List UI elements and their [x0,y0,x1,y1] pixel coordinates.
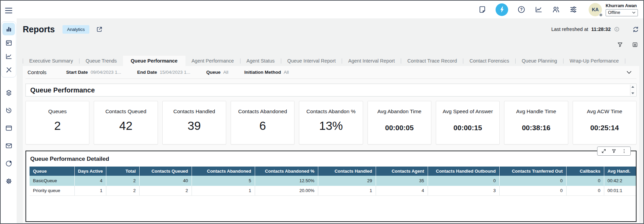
refresh-icon[interactable] [632,26,639,33]
col-header-contacts-handled[interactable]: Contacts Handled [318,167,376,176]
col-header-contacts-agent[interactable]: Contacts Agent [376,167,428,176]
controls-row: Controls Start Date09/04/2023 1...End Da… [25,66,637,79]
kpi-label: Contacts Handled [173,108,215,115]
bar-chart-icon[interactable] [2,23,15,35]
control-filter-queue[interactable]: QueueAll [206,70,228,75]
kpi-label: Contacts Abandon % [306,108,356,115]
design-brush-icon[interactable] [2,64,15,76]
hamburger-icon[interactable] [5,8,12,13]
cell: 5 [192,176,255,186]
col-header-contacts-queued[interactable]: Contacts Queued [139,167,192,176]
col-header-contacts-tranferred-out[interactable]: Contacts Tranferred Out [499,167,566,176]
user-name: Khurram Awan [606,3,638,8]
tab-agent-interval-report[interactable]: Agent Interval Report [342,56,401,66]
col-header-contacts-abandoned[interactable]: Contacts Abandoned % [255,167,318,176]
section-spinner[interactable] [630,85,635,96]
kpi-value: 00:25:14 [590,124,619,132]
sliders-icon[interactable] [569,5,577,14]
page-title: Reports [23,24,55,34]
control-filter-initiation-method[interactable]: Initiation MethodAll [244,70,289,75]
cell: 2 [106,186,139,195]
status-select[interactable]: Offline [606,9,638,16]
cell: 4 [376,186,428,195]
col-header-callbacks[interactable]: Callbacks [566,167,604,176]
tab-queue-performance[interactable]: Queue Performance [123,56,185,66]
last-refreshed-time: 11:28:32 [591,27,611,32]
queue-performance-table: QueueDays ActiveTotalContacts QueuedCont… [30,167,637,196]
control-filter-start-date[interactable]: Start Date09/04/2023 1... [66,70,121,75]
external-link-icon[interactable] [96,26,103,33]
spinner-up-icon[interactable] [631,86,634,88]
gear-icon[interactable] [2,177,15,186]
kebab-menu-icon[interactable] [622,149,627,154]
avatar[interactable]: KA [589,3,602,16]
info-icon[interactable] [614,26,620,32]
calendar-icon[interactable] [2,36,15,49]
spinner-down-icon[interactable] [631,92,634,94]
col-header-contacts-abandoned[interactable]: Contacts Abandoned [192,167,255,176]
filter-icon[interactable] [617,41,623,48]
kpi-value: 00:00:05 [385,124,414,132]
tab-executive-summary[interactable]: Executive Summary [23,56,79,66]
note-icon[interactable] [478,5,486,14]
app-window: ? KA Khurram Awan Offline [0,0,644,224]
mail-icon[interactable] [2,141,15,150]
cell: Priority queue [30,186,74,195]
filter-value: 09/04/2023 1... [91,70,121,75]
help-icon[interactable]: ? [517,5,525,14]
filter-value: All [284,70,289,75]
tab-queue-planning[interactable]: Queue Planning [516,56,563,66]
table-row-priority-queue[interactable]: Priority queue122120.00%1430000:01:1 [30,186,637,195]
col-header-avg-handl[interactable]: Avg Handl. [604,167,637,176]
col-header-contacts-handled-outbound[interactable]: Contacts Handled Outbound [428,167,499,176]
filter-label: Start Date [66,70,88,75]
sidebar-secondary-group [2,88,15,186]
tab-queue-interval-report[interactable]: Queue Interval Report [281,56,342,66]
agents-icon[interactable] [552,5,560,14]
tab-agent-performance[interactable]: Agent Performance [185,56,240,66]
cell: 0 [499,176,566,186]
metrics-icon[interactable] [535,5,543,14]
cell: 0 [566,186,604,195]
col-header-days-active[interactable]: Days Active [74,167,106,176]
download-icon[interactable] [632,41,638,48]
tab-wrap-up-performance[interactable]: Wrap-Up Performance [564,56,625,66]
cell: 35 [376,176,428,186]
kpi-label: Contacts Abandoned [238,108,287,115]
cell: 0 [428,176,499,186]
cell: 20.00% [255,186,318,195]
cell: 29 [318,176,376,186]
table-body: BasicQueue4240512.50%293500000:42:2Prior… [30,176,637,195]
control-filter-end-date[interactable]: End Date15/04/2023 1... [137,70,191,75]
line-chart-icon[interactable] [2,50,15,63]
svg-text:?: ? [520,7,522,12]
report-tabbar: Executive SummaryQueue TrendsQueue Perfo… [23,56,639,66]
tab-contact-forensics[interactable]: Contact Forensics [463,56,515,66]
table-row-basicqueue[interactable]: BasicQueue4240512.50%293500000:42:2 [30,176,637,186]
kpi-card-avg-acw-time: Avg ACW Time00:25:14 [573,101,637,144]
tab-contract-trace-record[interactable]: Contract Trace Record [401,56,463,66]
status-dot [599,13,603,17]
pie-chart-icon[interactable] [2,159,15,168]
last-refreshed-label: Last refreshed at [551,27,588,32]
layers-icon[interactable] [2,88,15,97]
cell: 00:01:1 [604,186,637,195]
history-icon[interactable] [2,106,15,115]
tab-queue-trends[interactable]: Queue Trends [79,56,123,66]
controls-expand-chevron-icon[interactable] [626,69,632,76]
col-header-total[interactable]: Total [106,167,139,176]
kpi-value: 6 [259,119,266,133]
filter-value: All [223,70,228,75]
table-filter-icon[interactable] [611,149,616,154]
kpi-card-contacts-queued: Contacts Queued42 [94,101,158,144]
kpi-value: 13% [319,119,343,133]
lightning-icon[interactable] [496,3,508,16]
col-header-queue[interactable]: Queue [30,167,74,176]
tab-agent-status[interactable]: Agent Status [240,56,281,66]
expand-icon[interactable] [601,149,606,154]
kpi-card-avg-abandon-time: Avg Abandon Time00:00:05 [368,101,431,144]
cell: 40 [139,176,192,186]
cell: 2 [106,176,139,186]
kpi-row: Queues2Contacts Queued42Contacts Handled… [25,101,637,144]
window-icon[interactable] [2,124,15,133]
